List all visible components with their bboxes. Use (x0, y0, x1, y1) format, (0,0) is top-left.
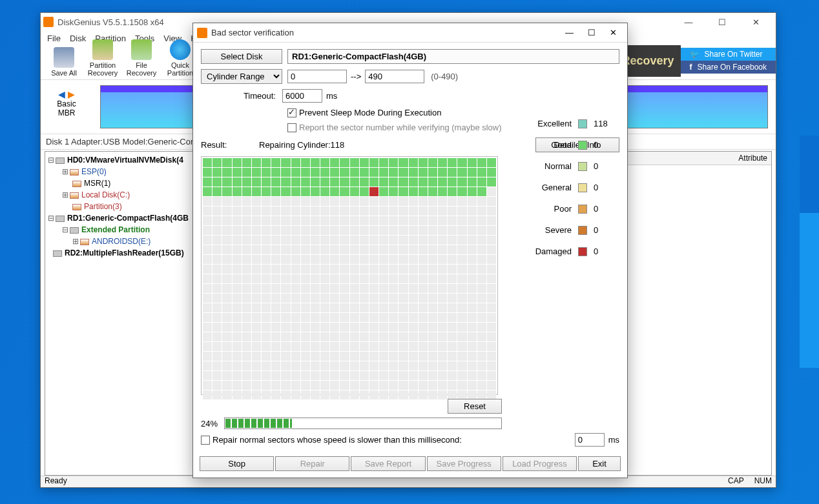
sector-cell (468, 352, 477, 361)
exit-button[interactable]: Exit (578, 456, 621, 471)
repair-normal-checkbox[interactable] (201, 436, 210, 445)
sector-cell (340, 245, 349, 254)
sector-cell (468, 381, 477, 390)
timeout-input[interactable] (282, 89, 322, 103)
select-disk-button[interactable]: Select Disk (201, 49, 282, 64)
sector-cell (438, 284, 447, 293)
tool-partition-recovery[interactable]: Partition Recovery (83, 39, 122, 77)
sector-cell (233, 332, 242, 341)
sector-cell (350, 236, 359, 245)
disk-tree[interactable]: ⊟HD0:VMwareVirtualNVMeDisk(4 ⊞ESP(0) MSR… (45, 151, 194, 476)
sector-cell (389, 207, 398, 216)
cylinder-from-input[interactable] (287, 70, 347, 83)
sector-cell (233, 371, 242, 380)
sector-cell (448, 284, 457, 293)
maximize-button[interactable]: ☐ (711, 17, 733, 27)
report-sector-checkbox[interactable] (287, 123, 296, 132)
sector-cell (252, 216, 261, 225)
sector-cell (487, 236, 496, 245)
save-progress-button[interactable]: Save Progress (427, 456, 501, 471)
sector-cell (311, 332, 320, 341)
tree-rd1[interactable]: RD1:Generic-CompactFlash(4GB (67, 214, 189, 223)
sector-cell (222, 177, 231, 186)
sector-cell (301, 255, 310, 264)
sector-cell (252, 323, 261, 332)
sector-cell (409, 284, 418, 293)
cylinder-range-select[interactable]: Cylinder Range (201, 69, 282, 84)
sector-cell (468, 313, 477, 322)
sector-cell (320, 352, 329, 361)
share-facebook-button[interactable]: fShare On Facebook (681, 61, 776, 74)
sector-cell (340, 313, 349, 322)
tree-localdisk[interactable]: Local Disk(C:) (81, 190, 130, 199)
load-progress-button[interactable]: Load Progress (503, 456, 577, 471)
twitter-icon: 🐦 (690, 50, 700, 59)
save-report-button[interactable]: Save Report (351, 456, 425, 471)
sector-cell (487, 216, 496, 225)
prevent-sleep-checkbox[interactable] (287, 108, 296, 117)
sector-cell (448, 187, 457, 196)
sector-cell (291, 236, 300, 245)
tree-partition3[interactable]: Partition(3) (84, 202, 122, 211)
sector-cell (262, 381, 271, 390)
tree-rd2[interactable]: RD2:MultipleFlashReader(15GB) (65, 248, 184, 257)
minimize-button[interactable]: — (678, 17, 700, 27)
sector-cell (281, 294, 290, 303)
sector-cell (330, 265, 339, 274)
sector-cell (213, 332, 222, 341)
sector-cell (379, 226, 388, 235)
sector-cell (340, 323, 349, 332)
tree-extended[interactable]: Extended Partition (81, 225, 150, 234)
sector-cell (320, 323, 329, 332)
menu-file[interactable]: File (47, 34, 61, 43)
dialog-maximize-button[interactable]: ☐ (588, 28, 596, 37)
sector-cell (468, 177, 477, 186)
th-attribute[interactable]: Attribute (611, 152, 771, 165)
tree-esp[interactable]: ESP(0) (81, 167, 107, 176)
tool-file-recovery[interactable]: File Recovery (122, 39, 161, 77)
sector-cell (369, 323, 378, 332)
sector-cell (457, 216, 466, 225)
sector-cell (222, 332, 231, 341)
sector-cell (213, 294, 222, 303)
sector-cell (350, 187, 359, 196)
nav-arrows[interactable]: ◀ ▶ (41, 89, 92, 99)
sector-cell (360, 197, 369, 206)
reset-button[interactable]: Reset (448, 399, 502, 414)
sector-cell (330, 361, 339, 370)
sector-cell (311, 168, 320, 177)
sector-cell (379, 371, 388, 380)
tree-hd0[interactable]: HD0:VMwareVirtualNVMeDisk(4 (67, 156, 183, 165)
share-twitter-button[interactable]: 🐦Share On Twitter (681, 48, 776, 61)
dialog-close-button[interactable]: ✕ (610, 28, 617, 37)
sector-cell (222, 158, 231, 167)
sector-cell (428, 265, 437, 274)
sector-cell (428, 332, 437, 341)
close-button[interactable]: ✕ (745, 17, 767, 27)
sector-cell (233, 352, 242, 361)
sector-cell (320, 236, 329, 245)
sector-cell (468, 361, 477, 370)
sector-cell (350, 177, 359, 186)
tree-androidsd[interactable]: ANDROIDSD(E:) (92, 237, 150, 246)
sector-cell (419, 168, 428, 177)
tree-msr[interactable]: MSR(1) (84, 179, 110, 188)
repair-button[interactable]: Repair (275, 456, 349, 471)
tool-save-all[interactable]: Save All (45, 47, 83, 77)
sector-cell (291, 371, 300, 380)
sector-cell (233, 274, 242, 283)
dialog-minimize-button[interactable]: — (565, 28, 574, 37)
sector-cell (448, 323, 457, 332)
sector-cell (409, 245, 418, 254)
sector-cell (252, 168, 261, 177)
sector-cell (369, 197, 378, 206)
sector-cell (448, 294, 457, 303)
sector-cell (330, 284, 339, 293)
sector-cell (419, 236, 428, 245)
sector-cell (448, 371, 457, 380)
repair-ms-input[interactable] (575, 433, 605, 447)
sector-cell (203, 168, 212, 177)
cylinder-to-input[interactable] (365, 70, 424, 83)
sector-cell (271, 294, 280, 303)
stop-button[interactable]: Stop (200, 456, 274, 471)
